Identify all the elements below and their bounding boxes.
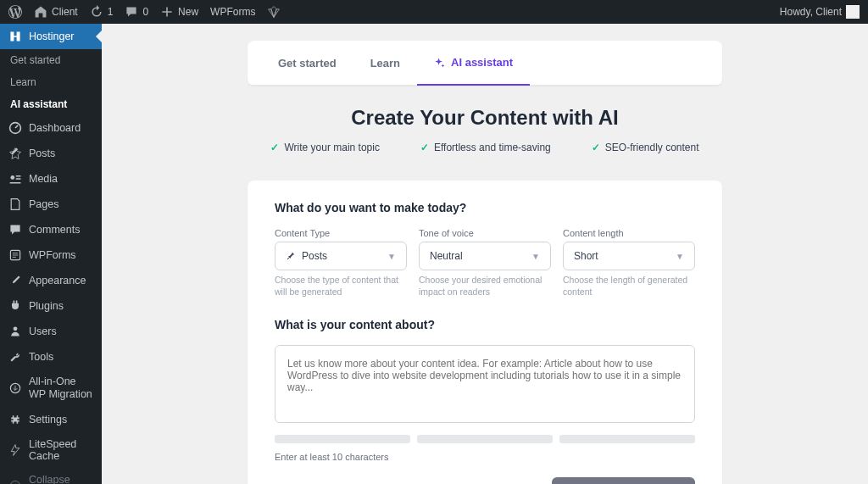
sidebar-label: Users <box>29 325 57 337</box>
sidebar-item-dashboard[interactable]: Dashboard <box>0 115 102 141</box>
migration-icon <box>8 381 22 395</box>
sidebar-label: LiteSpeed Cache <box>29 438 93 462</box>
diamond-icon <box>267 5 281 19</box>
settings-icon <box>8 413 22 426</box>
check-icon: ✓ <box>420 142 429 153</box>
skeleton-bar <box>275 435 410 443</box>
sidebar-item-hostinger[interactable]: Hostinger <box>0 24 102 49</box>
admin-bar: Client 1 0 New WPForms Howdy, Client <box>0 0 868 24</box>
sidebar-sub-learn[interactable]: Learn <box>0 71 102 93</box>
litespeed-icon <box>8 443 22 457</box>
site-name-text: Client <box>52 6 78 18</box>
active-arrow-icon <box>96 31 102 42</box>
sidebar-label: Media <box>29 173 58 185</box>
comments[interactable]: 0 <box>125 5 148 19</box>
sidebar-item-litespeed[interactable]: LiteSpeed Cache <box>0 432 102 468</box>
sparkle-icon <box>434 57 446 69</box>
sidebar-label: Plugins <box>29 300 64 312</box>
chevron-down-icon: ▼ <box>387 252 396 261</box>
sidebar-item-users[interactable]: Users <box>0 319 102 344</box>
tab-getstarted[interactable]: Get started <box>261 41 353 85</box>
home-icon <box>34 5 47 19</box>
sidebar-item-appearance[interactable]: Appearance <box>0 268 102 293</box>
updates-count: 1 <box>108 6 114 18</box>
sidebar-item-posts[interactable]: Posts <box>0 141 102 166</box>
chevron-down-icon: ▼ <box>531 252 540 261</box>
tone-select[interactable]: Neutral ▼ <box>419 242 551 270</box>
skeleton-bar <box>417 435 553 443</box>
howdy[interactable]: Howdy, Client <box>780 5 860 19</box>
chevron-down-icon: ▼ <box>676 252 684 261</box>
tab-learn[interactable]: Learn <box>353 41 417 85</box>
sidebar-item-plugins[interactable]: Plugins <box>0 293 102 319</box>
update-icon <box>90 5 103 19</box>
user-icon <box>8 325 22 338</box>
tabs-card: Get started Learn AI assistant <box>248 41 722 86</box>
prompt-1: What do you want to make today? <box>275 201 695 214</box>
suggestion-skeletons <box>275 435 695 443</box>
sidebar-item-settings[interactable]: Settings <box>0 407 102 432</box>
sidebar-label: Tools <box>29 351 53 363</box>
sidebar-label: Appearance <box>29 275 86 287</box>
feature-1: ✓Write your main topic <box>270 142 379 153</box>
wpforms-link[interactable]: WPForms <box>210 6 255 18</box>
length-hint: Choose the length of generated content <box>563 275 695 298</box>
new-text: New <box>178 6 198 18</box>
sidebar-label: Comments <box>29 224 80 236</box>
tab-aiassistant[interactable]: AI assistant <box>417 41 530 86</box>
wpforms-icon <box>8 248 22 262</box>
plus-icon <box>160 5 174 19</box>
sidebar-label: WPForms <box>29 249 76 261</box>
brush-icon <box>8 274 22 287</box>
generate-button[interactable]: Generate content <box>552 477 695 484</box>
feature-2: ✓Effortless and time-saving <box>420 142 551 153</box>
svg-point-3 <box>14 326 18 331</box>
length-label: Content length <box>563 228 695 238</box>
content-type-select[interactable]: Posts ▼ <box>275 242 407 270</box>
site-name[interactable]: Client <box>34 5 78 19</box>
check-icon: ✓ <box>592 142 600 153</box>
avatar-icon <box>846 5 860 19</box>
form-card: What do you want to make today? Content … <box>248 181 722 484</box>
sidebar-label: Collapse menu <box>29 474 93 484</box>
length-select[interactable]: Short ▼ <box>563 242 695 270</box>
sidebar-label: Posts <box>29 147 55 159</box>
new-content[interactable]: New <box>160 5 198 19</box>
sidebar-item-wpforms[interactable]: WPForms <box>0 242 102 268</box>
content-idea-textarea[interactable] <box>275 345 695 423</box>
skeleton-bar <box>559 435 695 443</box>
sidebar-item-allinone[interactable]: All-in-One WP Migration <box>0 370 102 407</box>
page-title: Create Your Content with AI <box>248 106 722 130</box>
content-type-hint: Choose the type of content that will be … <box>275 275 407 298</box>
sidebar-sub-getstarted[interactable]: Get started <box>0 49 102 71</box>
sidebar-label: Pages <box>29 198 58 210</box>
comments-icon <box>8 223 22 236</box>
wrench-icon <box>8 350 22 364</box>
page-icon <box>8 197 22 211</box>
svg-point-1 <box>10 175 14 180</box>
sidebar-item-pages[interactable]: Pages <box>0 192 102 217</box>
svg-point-5 <box>10 481 19 484</box>
sidebar-item-media[interactable]: Media <box>0 166 102 192</box>
feature-3: ✓SEO-friendly content <box>592 142 699 153</box>
select-value: Short <box>574 250 598 262</box>
dashboard-icon <box>8 121 22 135</box>
comment-icon <box>125 5 138 19</box>
diamond-item[interactable] <box>267 5 281 19</box>
media-icon <box>8 172 22 186</box>
hostinger-icon <box>8 30 22 43</box>
tab-label: AI assistant <box>451 56 513 69</box>
plug-icon <box>8 299 22 313</box>
pin-icon <box>286 251 296 261</box>
min-chars-hint: Enter at least 10 characters <box>275 452 695 462</box>
sidebar-label: All-in-One WP Migration <box>29 376 93 401</box>
select-value: Posts <box>302 250 327 262</box>
updates[interactable]: 1 <box>90 5 114 19</box>
wp-logo[interactable] <box>8 5 22 19</box>
sidebar-collapse[interactable]: Collapse menu <box>0 468 102 484</box>
check-icon: ✓ <box>270 142 279 153</box>
sidebar-item-comments[interactable]: Comments <box>0 217 102 242</box>
sidebar-label: Hostinger <box>29 31 75 42</box>
sidebar-item-tools[interactable]: Tools <box>0 344 102 370</box>
sidebar-sub-aiassistant[interactable]: AI assistant <box>0 93 102 115</box>
